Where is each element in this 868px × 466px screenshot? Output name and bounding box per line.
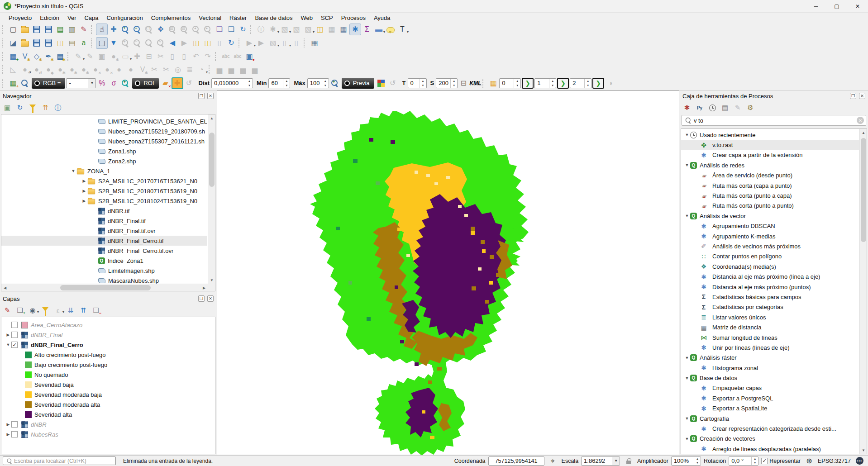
legend-item-severidad-moderada-alta[interactable]: Severidad moderada alta	[1, 399, 215, 409]
toolbox-item-base-de-datos[interactable]: ▼QBase de datos	[681, 373, 859, 383]
toolbox-item-estadisticas-por-categorias[interactable]: ΣEstadísticas por categorías	[681, 302, 859, 312]
scp-run-band2-button[interactable]: ❯	[557, 78, 569, 89]
browser-item-s2b-msil1c-20181024t153619-n0[interactable]: ▶S2B_MSIL1C_20181024T153619_N0	[1, 196, 207, 206]
toolbox-item-exportar-a-spatialite[interactable]: ✱Exportar a SpatiaLite	[681, 404, 859, 414]
show-spatial-bookmarks-icon[interactable]: ❏	[225, 24, 237, 35]
save-project-icon[interactable]	[31, 24, 43, 35]
new-3d-map-icon[interactable]: ▦	[309, 37, 320, 49]
scp-rgb-toggle[interactable]: RGB =	[32, 78, 65, 89]
toolbox-item-exportar-a-postgresql[interactable]: ✱Exportar a PostgreSQL	[681, 393, 859, 403]
menu-proyecto[interactable]: Proyecto	[5, 14, 36, 22]
save-project-as-icon[interactable]	[43, 24, 54, 35]
layer-checkbox-dnbr[interactable]	[11, 421, 18, 428]
zoom-in-icon[interactable]: +	[119, 24, 131, 35]
new-project-icon[interactable]: ▢	[7, 24, 19, 35]
legend-item-bajo-crecimiento-post-fuego[interactable]: Bajo crecimiento post-fuego	[1, 360, 215, 370]
scp-run-band1-button[interactable]: ❯	[522, 78, 534, 89]
toolbox-models-icon[interactable]: ✱	[682, 102, 692, 113]
browser-item-mascaranubes-shp[interactable]: MascaraNubes.shp	[1, 276, 207, 284]
scp-new-rgb-preview-icon[interactable]	[375, 77, 387, 89]
locator-search-box[interactable]	[3, 456, 116, 465]
new-geometry-icon[interactable]: ◇✱	[31, 51, 43, 62]
new-database-icon[interactable]: ◫	[54, 37, 66, 49]
expand-all-icon[interactable]: ⇊	[65, 305, 76, 316]
db-star-2-icon[interactable]: ◫	[202, 37, 214, 49]
toolbox-close-button[interactable]: ✕	[859, 93, 865, 99]
scp-roi-toggle[interactable]: ROI	[132, 78, 158, 89]
select-polygon-tool-icon[interactable]: ▢	[96, 37, 108, 49]
scp-dist-spin[interactable]: 0,010000▲▼	[211, 78, 253, 88]
new-shapefile-icon[interactable]: V✱	[19, 51, 31, 62]
menu-procesos[interactable]: Procesos	[337, 14, 370, 22]
scp-band1-spin[interactable]: 0▲▼	[499, 78, 521, 88]
toolbox-vertical-scrollbar[interactable]: ▲ ▼	[859, 129, 867, 454]
browser-add-selected-icon[interactable]: ▣	[2, 102, 13, 113]
browser-item-limite-provincia-de-santa-ele[interactable]: LIMITE_PROVINCIA_DE_SANTA_ELE	[1, 116, 207, 126]
measure-icon[interactable]: ▬▾	[373, 24, 385, 35]
layer-checkbox-nubesras[interactable]	[11, 431, 18, 437]
browser-vertical-scrollbar[interactable]: ▲ ▼	[208, 114, 215, 291]
toolbox-history-icon[interactable]	[707, 102, 718, 113]
browser-item-nubes-zona2t155307-20161121-sh[interactable]: Nubes_zona2T155307_20161121.sh	[1, 136, 207, 146]
scp-kml-icon[interactable]: KML	[469, 77, 481, 89]
scp-t-spin[interactable]: 0▲▼	[408, 78, 427, 88]
browser-item-limiteimagen-shp[interactable]: LimiteImagen.shp	[1, 266, 207, 276]
layer-item-dnbr-final-cerro[interactable]: ▼✓dNBR_Final_Cerro	[1, 340, 215, 350]
toolbox-search-input[interactable]: v to	[693, 117, 857, 124]
map-canvas[interactable]	[217, 90, 679, 455]
browser-item-dnbr-final-tif-ovr[interactable]: dNBR_Final.tif.ovr	[1, 226, 207, 236]
browser-float-button[interactable]: ❐	[198, 93, 205, 99]
db-star-1-icon[interactable]: ◫	[190, 37, 202, 49]
toolbox-item-estadisticas-basicas-para-campos[interactable]: ΣEstadísticas básicas para campos	[681, 292, 859, 302]
browser-refresh-icon[interactable]: ↻	[14, 102, 25, 113]
scp-sigma-stretch-icon[interactable]: σ	[108, 77, 119, 89]
layers-float-button[interactable]: ❐	[198, 295, 205, 302]
toolbox-item-arreglo-de-lineas-desplazadas-paralelas[interactable]: ✱Arreglo de líneas desplazadas (paralela…	[681, 444, 859, 454]
toolbox-search-box[interactable]: v to ✕	[682, 115, 866, 126]
log-messages-icon[interactable]: •••	[854, 455, 865, 466]
toolbox-item-histograma-zonal[interactable]: ✱Histograma zonal	[681, 363, 859, 373]
new-spatial-bookmark-icon[interactable]: ❏	[214, 24, 225, 35]
scp-band2-spin[interactable]: 1▲▼	[534, 78, 556, 88]
maximize-button[interactable]: ▢	[826, 0, 847, 13]
toolbox-item-unir-por-lineas-lineas-de-eje[interactable]: ✱Unir por líneas (líneas de eje)	[681, 342, 859, 352]
reload-icon[interactable]: ↻	[225, 37, 237, 49]
scp-s-spin[interactable]: 200▲▼	[436, 78, 458, 88]
add-vector-layer-icon[interactable]	[19, 37, 31, 49]
scp-run-band3-button[interactable]: ❯	[592, 78, 604, 89]
coordinate-input[interactable]: 757125,9954141	[488, 456, 544, 466]
toolbox-item-area-de-servicio-desde-punto[interactable]: ▰▲Área de servicio (desde punto)	[681, 171, 859, 181]
add-raster-layer-icon[interactable]	[31, 37, 43, 49]
scp-preview-toggle[interactable]: Previa	[342, 78, 374, 89]
magnifier-spin[interactable]: 100%▲▼	[671, 456, 701, 466]
toolbox-item-crear-representacion-categorizada-desde-esti[interactable]: ✱Crear representación categorizada desde…	[681, 423, 859, 433]
scp-zoom-cumulative-icon[interactable]: +	[119, 77, 131, 89]
layer-item-dnbr-final[interactable]: ▶dNBR_Final	[1, 330, 215, 340]
browser-collapse-all-icon[interactable]: ⇈	[40, 102, 51, 113]
toolbox-item-matriz-de-distancia[interactable]: ▦Matriz de distancia	[681, 322, 859, 332]
toolbox-item-sumar-longitud-de-lineas[interactable]: ⋈Sumar longitud de líneas	[681, 333, 859, 342]
scp-spectral-plot-icon[interactable]	[19, 77, 31, 89]
menu-web[interactable]: Web	[297, 14, 317, 22]
toolbox-results-icon[interactable]: ▤	[720, 102, 730, 113]
browser-item-dnbr-tif[interactable]: dNBR.tif	[1, 206, 207, 216]
layers-close-button[interactable]: ✕	[207, 295, 214, 302]
toolbox-item-agrupamiento-dbscan[interactable]: ✱Agrupamiento DBSCAN	[681, 221, 859, 231]
extents-toggle-icon[interactable]: ⌖	[547, 455, 559, 466]
new-memory-layer-icon[interactable]: ▤✱	[54, 51, 66, 62]
scale-combo[interactable]: 1:86292▼	[581, 456, 620, 466]
scp-bandset-icon[interactable]: ▦+	[7, 77, 19, 89]
scp-percent-stretch-icon[interactable]: %	[96, 77, 108, 89]
lock-scale-icon[interactable]	[623, 455, 634, 466]
scp-bandset-table-icon[interactable]: ▦	[487, 77, 499, 89]
scp-roi-pointer-icon[interactable]: ✚	[172, 77, 183, 89]
scp-roi-polygon-icon[interactable]: ▰×	[160, 77, 172, 89]
open-project-icon[interactable]	[19, 24, 31, 35]
toolbox-float-button[interactable]: ❐	[850, 93, 856, 99]
zoom-out-icon[interactable]: −	[131, 24, 143, 35]
toolbox-python-icon[interactable]: Py	[694, 102, 705, 113]
manage-map-themes-icon[interactable]: ◉▾	[27, 305, 38, 316]
menu-base-de-datos[interactable]: Base de datos	[251, 14, 296, 22]
browser-horizontal-scrollbar[interactable]: ◀ ▶	[1, 284, 208, 291]
browser-item-zona2-shp[interactable]: Zona2.shp	[1, 156, 207, 166]
